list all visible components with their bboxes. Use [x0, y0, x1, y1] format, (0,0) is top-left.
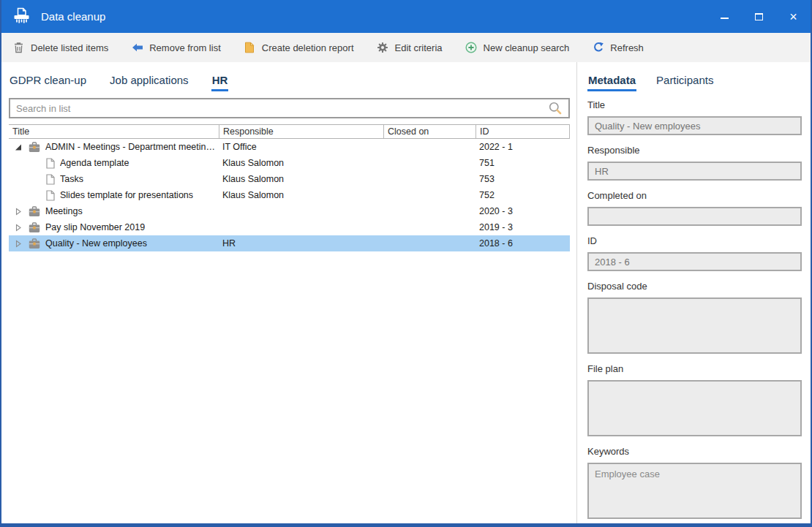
cell-id: 752 — [475, 190, 570, 200]
field-title-label: Title — [587, 99, 802, 110]
field-disposal-code-label: Disposal code — [587, 281, 802, 292]
cell-id: 753 — [475, 174, 570, 184]
title-bar: Data cleanup × — [1, 0, 811, 33]
toolbar-button-label: Edit criteria — [395, 42, 443, 53]
field-completed-on-input[interactable] — [587, 207, 802, 226]
trash-icon — [12, 42, 25, 54]
cell-responsible: HR — [219, 238, 383, 249]
tab-gdpr-clean-up[interactable]: GDPR clean-up — [9, 72, 87, 91]
document-icon — [46, 158, 55, 169]
expanded-icon[interactable] — [15, 143, 22, 151]
table-row[interactable]: TasksKlaus Salomon753 — [9, 171, 570, 187]
field-responsible-label: Responsible — [587, 145, 802, 156]
toolbar-button-label: Delete listed items — [31, 42, 108, 53]
cell-title: Slides template for presentations — [9, 190, 219, 201]
table-row[interactable]: Pay slip November 20192019 - 3 — [9, 219, 570, 235]
cell-title: Pay slip November 2019 — [9, 222, 219, 233]
tab-job-applications[interactable]: Job applications — [109, 72, 189, 91]
window-controls: × — [707, 0, 811, 33]
toolbar-button-label: New cleanup search — [484, 42, 570, 53]
table-row[interactable]: Agenda templateKlaus Salomon751 — [9, 155, 570, 171]
metadata-pane: MetadataParticipants TitleQuality - New … — [576, 62, 811, 523]
field-completed-on-label: Completed on — [587, 190, 802, 201]
column-header-id[interactable]: ID — [475, 125, 569, 138]
toolbar-button-refresh[interactable]: Refresh — [592, 42, 644, 54]
toolbar-button-create-deletion-report[interactable]: Create deletion report — [244, 42, 354, 54]
shredder-icon — [11, 7, 31, 27]
collapsed-icon[interactable] — [15, 240, 22, 248]
refresh-icon — [592, 42, 604, 54]
field-responsible-input[interactable]: HR — [587, 162, 802, 181]
close-button[interactable]: × — [776, 0, 811, 33]
content: GDPR clean-upJob applicationsHR Title Re… — [1, 62, 811, 523]
maximize-icon — [755, 13, 763, 20]
case-icon — [29, 238, 40, 249]
collapsed-icon[interactable] — [15, 208, 22, 216]
case-icon — [29, 222, 40, 233]
document-icon — [46, 190, 55, 201]
table-row[interactable]: ADMIN - Meetings - Department meetings..… — [9, 139, 570, 155]
minimize-icon — [721, 18, 729, 19]
tab-participants[interactable]: Participants — [655, 72, 714, 91]
row-title-label: Quality - New employees — [45, 238, 147, 249]
field-keywords-textarea[interactable]: Employee case — [587, 463, 802, 519]
field-title-input[interactable]: Quality - New employees — [587, 116, 802, 135]
cell-id: 2022 - 1 — [475, 142, 570, 152]
cleanup-list-pane: GDPR clean-upJob applicationsHR Title Re… — [1, 62, 576, 523]
toolbar-button-remove-from-list[interactable]: Remove from list — [131, 42, 221, 54]
cell-title: Meetings — [9, 206, 219, 217]
column-header-closed-on[interactable]: Closed on — [383, 125, 475, 138]
plus-circle-icon — [465, 42, 478, 54]
cell-id: 2018 - 6 — [475, 238, 570, 249]
toolbar: Delete listed itemsRemove from listCreat… — [1, 33, 811, 62]
row-title-label: ADMIN - Meetings - Department meetings..… — [45, 142, 219, 152]
cell-responsible: Klaus Salomon — [219, 158, 383, 168]
toolbar-button-new-cleanup-search[interactable]: New cleanup search — [465, 42, 570, 54]
field-id-input[interactable]: 2018 - 6 — [587, 252, 802, 271]
row-title-label: Tasks — [60, 174, 83, 184]
field-id-label: ID — [587, 235, 802, 246]
list-body: ADMIN - Meetings - Department meetings..… — [9, 139, 570, 523]
row-title-label: Agenda template — [60, 158, 129, 168]
cell-id: 751 — [475, 158, 570, 168]
search-icon — [548, 101, 563, 115]
search-bar — [9, 98, 570, 118]
cell-id: 2020 - 3 — [475, 206, 570, 216]
row-title-label: Slides template for presentations — [60, 190, 193, 200]
toolbar-button-label: Create deletion report — [262, 42, 354, 53]
minimize-button[interactable] — [707, 0, 742, 33]
toolbar-button-edit-criteria[interactable]: Edit criteria — [377, 42, 443, 54]
maximize-button[interactable] — [742, 0, 776, 33]
search-input[interactable] — [16, 103, 548, 114]
cell-responsible: IT Office — [219, 142, 383, 152]
field-disposal-code-textarea[interactable] — [587, 297, 802, 354]
cell-title: Tasks — [9, 174, 219, 185]
table-row[interactable]: Quality - New employeesHR2018 - 6 — [9, 235, 570, 251]
panel-fields: TitleQuality - New employeesResponsibleH… — [587, 99, 802, 519]
table-row[interactable]: Slides template for presentationsKlaus S… — [9, 187, 570, 203]
window-title: Data cleanup — [41, 10, 105, 23]
column-header-responsible[interactable]: Responsible — [219, 125, 383, 138]
toolbar-button-delete-listed-items[interactable]: Delete listed items — [12, 42, 108, 54]
list-header: Title Responsible Closed on ID — [9, 124, 570, 139]
cell-title: ADMIN - Meetings - Department meetings..… — [9, 142, 219, 153]
cell-responsible: Klaus Salomon — [219, 190, 383, 200]
app-window: Data cleanup × Delete listed itemsRemove… — [0, 0, 812, 527]
collapsed-icon[interactable] — [15, 224, 22, 232]
document-icon — [46, 174, 55, 185]
panel-tabs: MetadataParticipants — [587, 72, 802, 91]
column-header-title[interactable]: Title — [9, 125, 219, 138]
case-icon — [29, 142, 40, 153]
tab-metadata[interactable]: Metadata — [587, 72, 636, 91]
case-icon — [29, 206, 40, 217]
table-row[interactable]: Meetings2020 - 3 — [9, 203, 570, 219]
cell-responsible: Klaus Salomon — [219, 174, 383, 184]
tab-hr[interactable]: HR — [211, 72, 229, 91]
cell-id: 2019 - 3 — [475, 222, 570, 232]
gear-icon — [377, 42, 389, 54]
arrow-left-icon — [131, 42, 143, 54]
field-file-plan-label: File plan — [587, 363, 802, 374]
row-title-label: Pay slip November 2019 — [45, 222, 145, 232]
report-icon — [244, 42, 256, 54]
field-file-plan-textarea[interactable] — [587, 380, 802, 436]
